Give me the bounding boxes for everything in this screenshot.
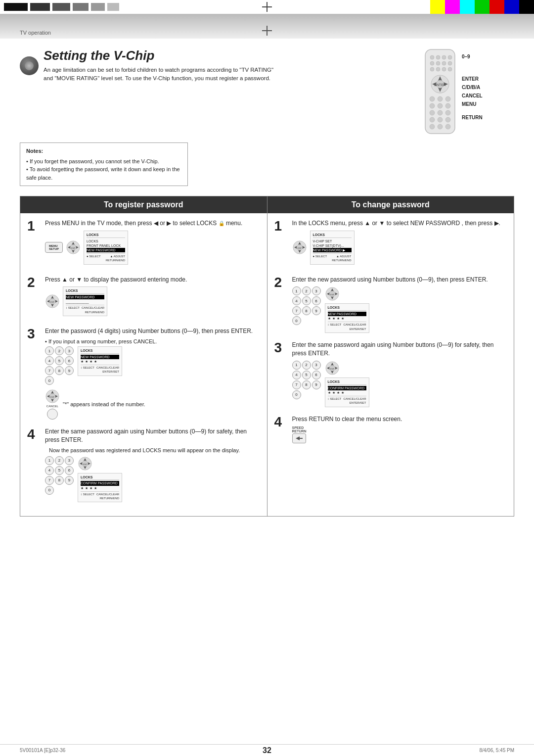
svg-text:ENT: ENT xyxy=(50,396,55,398)
change-step1-screen: LOCKS V-CHIP SET V-CHIP SET(DTV)... NEW … xyxy=(310,231,355,265)
change-step-3: 3 Enter the same password again using Nu… xyxy=(274,341,507,407)
label-0-9: 0–9 xyxy=(462,52,483,61)
color-red xyxy=(490,0,504,14)
dpad-screen-change-2: ENT LOCKS NEW PASSWORD ★★★★ ↕ SELECTCANC… xyxy=(325,286,369,333)
change-step-2: 2 Enter the new password using Number bu… xyxy=(274,276,507,333)
star-note: "*" appears instead of the number. xyxy=(63,401,145,407)
svg-point-29 xyxy=(430,117,435,122)
main-content: Setting the V-Chip An age limitation can… xyxy=(0,39,534,526)
change-step4-text: Press RETURN to clear the menu screen. xyxy=(292,415,507,424)
svg-text:ENT: ENT xyxy=(71,247,76,249)
svg-point-5 xyxy=(430,61,434,65)
dpad-icon: ENT xyxy=(66,240,81,255)
zero-button: 0 xyxy=(45,376,54,385)
svg-point-27 xyxy=(438,110,443,115)
black-block-6 xyxy=(107,3,119,11)
change-header: To change password xyxy=(267,196,514,213)
black-block-3 xyxy=(52,3,70,11)
svg-text:ENT: ENT xyxy=(330,293,335,296)
svg-point-25 xyxy=(445,103,450,108)
two-column-layout: To register password 1 Press MENU in the… xyxy=(20,196,514,517)
bottom-left-text: 5V00101A [E]p32-36 xyxy=(20,748,267,753)
numpad-change-2: 1 2 3 4 5 6 7 8 9 0 xyxy=(292,286,321,325)
change-step2-screen: LOCKS NEW PASSWORD ★★★★ ↕ SELECTCANCEL/C… xyxy=(325,303,369,333)
change-step2-text: Enter the new password using Number butt… xyxy=(292,276,507,284)
notes-box: Notes: • If you forget the password, you… xyxy=(20,142,188,186)
page-number: 32 xyxy=(263,746,271,755)
register-step2-visual: ENT LOCKS NEW PASSWORD ____________ ↕ SE… xyxy=(45,286,260,316)
speed-return-label: SPEEDRETURN xyxy=(292,426,307,433)
change-step-4: 4 Press RETURN to clear the menu screen.… xyxy=(274,415,507,444)
color-green xyxy=(475,0,490,14)
svg-text:ENT: ENT xyxy=(298,247,302,249)
register-column: To register password 1 Press MENU in the… xyxy=(20,196,267,516)
svg-point-4 xyxy=(448,55,452,59)
color-cyan xyxy=(460,0,475,14)
register-step4-visual: 1 2 3 4 5 6 7 8 9 0 xyxy=(45,456,260,503)
svg-point-7 xyxy=(442,61,446,65)
color-magenta xyxy=(445,0,460,14)
label-cancel: CANCEL xyxy=(462,92,483,100)
register-step1-visual: MENUSETUP xyxy=(45,231,260,265)
register-step-4: 4 Enter the same password again using Nu… xyxy=(27,427,260,502)
menu-button-icon: MENUSETUP xyxy=(45,242,63,253)
register-step3-visual: 1 2 3 4 5 6 7 8 9 0 xyxy=(45,346,260,385)
svg-point-2 xyxy=(436,55,440,59)
register-step-2: 2 Press ▲ or ▼ to display the password e… xyxy=(27,276,260,320)
remote-labels: 0–9 ENTER C/D/B/A CANCEL MENU RETURN xyxy=(462,48,483,122)
bottom-right-text: 8/4/06, 5:45 PM xyxy=(267,748,514,753)
title-area: Setting the V-Chip An age limitation can… xyxy=(20,48,415,83)
note-1: • If you forget the password, you cannot… xyxy=(26,157,181,166)
gray-header: TV operation xyxy=(0,14,534,39)
black-block-1 xyxy=(4,3,28,11)
dpad-icon-4: ENT xyxy=(78,456,92,471)
register-step3-text: Enter the password (4 digits) using Numb… xyxy=(45,327,260,335)
register-step3-screen: LOCKS NEW PASSWORD ★★★★ ↕ SELECTCANCEL/C… xyxy=(78,346,122,376)
register-step1-text: Press MENU in the TV mode, then press ◀ … xyxy=(45,219,260,228)
svg-point-32 xyxy=(430,124,435,129)
svg-point-22 xyxy=(445,96,450,101)
title-row: Setting the V-Chip An age limitation can… xyxy=(20,48,514,138)
svg-point-10 xyxy=(436,67,440,71)
register-step2-text: Press ▲ or ▼ to display the password ent… xyxy=(45,276,260,284)
return-button-icon xyxy=(292,433,306,443)
color-blocks-right xyxy=(430,0,534,14)
svg-point-11 xyxy=(442,67,446,71)
dpad-icon-3: ENT xyxy=(45,389,60,404)
svg-point-9 xyxy=(430,67,434,71)
title-text-area: Setting the V-Chip An age limitation can… xyxy=(44,48,281,83)
svg-point-23 xyxy=(430,103,435,108)
dpad-icon-2: ENT xyxy=(45,294,60,309)
remote-illustration: ENTER xyxy=(420,48,514,138)
change-step3-visual: 1 2 3 4 5 6 7 8 9 0 xyxy=(292,361,507,407)
dpad-screen-3: LOCKS NEW PASSWORD ★★★★ ↕ SELECTCANCEL/C… xyxy=(78,346,122,376)
numpad-3: 1 2 3 4 5 6 7 8 9 0 xyxy=(45,346,74,385)
dpad-cancel: ENT CANCEL xyxy=(45,389,60,420)
label-enter: ENTER xyxy=(462,75,483,83)
black-block-5 xyxy=(91,3,105,11)
label-cdba: C/D/B/A xyxy=(462,83,483,92)
header-crosshair xyxy=(262,26,272,36)
change-step3-text: Enter the same password again using Numb… xyxy=(292,341,507,358)
svg-point-12 xyxy=(448,67,452,71)
color-black xyxy=(519,0,534,14)
top-color-bar xyxy=(0,0,534,14)
bottom-bar: 5V00101A [E]p32-36 32 8/4/06, 5:45 PM xyxy=(0,744,534,756)
label-return: RETURN xyxy=(462,113,483,122)
dpad-screen-change-3: ENT LOCKS CONFIRM PASSWORD ★★★★ ↕ SELECT… xyxy=(325,361,369,407)
register-step3-note: • If you input a wrong number, press CAN… xyxy=(45,338,260,344)
svg-text:ENT: ENT xyxy=(330,368,335,370)
remote-with-labels: ENTER xyxy=(420,48,514,138)
color-yellow xyxy=(430,0,445,14)
register-step4-note: Now the password was registered and LOCK… xyxy=(49,447,260,453)
notes-title: Notes: xyxy=(26,147,181,155)
black-blocks-left xyxy=(0,0,430,14)
dpad-screen-4: ENT LOCKS CONFIRM PASSWORD ★★★★ ↕ SELECT… xyxy=(78,456,122,503)
svg-text:ENT: ENT xyxy=(83,463,88,466)
svg-point-26 xyxy=(430,110,435,115)
remote-svg: ENTER xyxy=(420,48,460,138)
register-body: 1 Press MENU in the TV mode, then press … xyxy=(20,213,267,516)
section-label: TV operation xyxy=(20,30,51,36)
title-description: An age limitation can be set to forbid c… xyxy=(44,66,281,83)
change-step-1: 1 In the LOCKS menu, press ▲ or ▼ to sel… xyxy=(274,219,507,268)
